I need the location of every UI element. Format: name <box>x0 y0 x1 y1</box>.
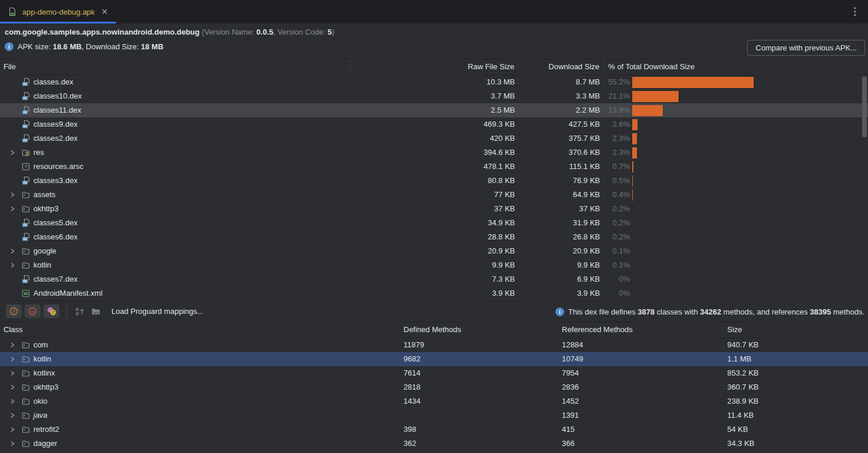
percent-bar-cell <box>630 103 868 117</box>
folder-icon <box>21 425 32 434</box>
file-name: classes7.dex <box>33 272 77 286</box>
close-icon[interactable]: ✕ <box>101 8 108 16</box>
class-table-row[interactable]: dagger36236634.3 KB <box>0 437 868 451</box>
dex-file-icon: 01 <box>21 176 32 185</box>
chevron-right-icon[interactable] <box>8 425 21 434</box>
file-table-row[interactable]: ?resources.arsc478.1 KB115.1 KB0.7% <box>0 160 868 174</box>
chevron-right-icon[interactable] <box>8 355 21 363</box>
class-table-row[interactable]: retrofit239841554 KB <box>0 422 868 437</box>
compare-with-previous-apk-button[interactable]: Compare with previous APK... <box>747 40 865 56</box>
download-size: 76.9 KB <box>515 174 600 188</box>
percent-of-total: 0.2% <box>600 230 630 244</box>
percent-bar <box>632 119 638 130</box>
chevron-spacer <box>8 233 21 241</box>
raw-file-size: 7.3 KB <box>351 272 515 286</box>
percent-bar <box>632 175 633 187</box>
download-size: 9.9 KB <box>515 258 600 272</box>
class-table-row[interactable]: java139111.4 KB <box>0 408 868 422</box>
file-name: classes5.dex <box>33 216 77 230</box>
raw-file-size: 37 KB <box>351 202 515 216</box>
percent-of-total: 0.7% <box>600 160 630 174</box>
file-table-row[interactable]: 01classes10.dex3.7 MB3.3 MB21.1% <box>0 89 868 103</box>
file-table-row[interactable]: 01classes.dex10.3 MB8.7 MB55.2% <box>0 75 868 89</box>
file-table-row[interactable]: 01classes5.dex34.9 KB31.9 KB0.2% <box>0 216 868 230</box>
vertical-scrollbar-thumb[interactable] <box>862 76 867 137</box>
version-code-value: 5 <box>328 28 332 36</box>
chevron-right-icon[interactable] <box>8 205 21 213</box>
download-size: 427.5 KB <box>515 117 600 131</box>
file-table-row[interactable]: kotlin9.9 KB9.9 KB0.1% <box>0 258 868 272</box>
chevron-right-icon[interactable] <box>8 148 21 157</box>
chevron-right-icon[interactable] <box>8 397 21 405</box>
kebab-menu-icon[interactable]: ⋮ <box>850 5 860 18</box>
referenced-methods: 7954 <box>562 366 727 380</box>
chevron-right-icon[interactable] <box>8 369 21 377</box>
chevron-right-icon[interactable] <box>8 341 21 349</box>
percent-bar <box>632 133 637 144</box>
package-name: com <box>33 338 48 352</box>
percent-bar-cell <box>630 146 868 160</box>
show-removed-nodes-icon[interactable] <box>74 306 87 317</box>
raw-file-size: 77 KB <box>351 188 515 202</box>
svg-text:M: M <box>24 291 28 296</box>
size-column-header: Size <box>727 322 868 337</box>
show-referenced-nodes-button[interactable]: f <box>43 305 59 318</box>
version-name-value: 0.0.5 <box>256 28 273 36</box>
dex-file-icon: 01 <box>21 77 32 87</box>
chevron-right-icon[interactable] <box>8 411 21 420</box>
file-table-row[interactable]: MAndroidManifest.xml3.9 KB3.9 KB0% <box>0 286 868 300</box>
file-table-row[interactable]: okhttp337 KB37 KB0.2% <box>0 202 868 216</box>
percent-bar-cell <box>630 188 868 202</box>
file-table-row[interactable]: 01classes7.dex7.3 KB6.9 KB0% <box>0 272 868 286</box>
raw-file-size: 34.9 KB <box>351 216 515 230</box>
show-fields-button[interactable]: f <box>6 305 22 318</box>
load-proguard-mappings-button[interactable]: Load Proguard mappings... <box>111 307 204 316</box>
chevron-right-icon[interactable] <box>8 191 21 199</box>
dex-file-icon: 01 <box>21 92 32 101</box>
file-table-row[interactable]: 01classes3.dex80.8 KB76.9 KB0.5% <box>0 174 868 188</box>
class-column-header: Class <box>0 322 404 337</box>
percent-bar-cell <box>630 160 868 174</box>
percent-column-header: % of Total Download Size <box>603 59 868 75</box>
file-table-row[interactable]: 01classes2.dex420 KB375.7 KB2.3% <box>0 131 868 146</box>
percent-of-total: 0.1% <box>600 258 630 272</box>
class-table-row[interactable]: kotlinx76147954853.2 KB <box>0 366 868 380</box>
file-table-row[interactable]: 01classes11.dex2.5 MB2.2 MB13.9% <box>0 103 868 117</box>
version-suffix: ) <box>332 28 334 36</box>
raw-file-size: 469.3 KB <box>351 117 515 131</box>
chevron-right-icon[interactable] <box>8 261 21 269</box>
file-name: google <box>33 244 56 258</box>
file-table-row[interactable]: 01classes9.dex469.3 KB427.5 KB2.6% <box>0 117 868 131</box>
arsc-file-icon: ? <box>21 162 32 171</box>
chevron-right-icon[interactable] <box>8 247 21 255</box>
download-size: 375.7 KB <box>515 131 600 146</box>
dex-summary: i This dex file defines 3878 classes wit… <box>555 301 864 322</box>
chevron-right-icon[interactable] <box>8 383 21 391</box>
defined-methods: 2818 <box>404 380 562 394</box>
file-name: classes3.dex <box>33 174 77 188</box>
class-table-row[interactable]: okhttp328182836360.7 KB <box>0 380 868 394</box>
defined-methods-column-header: Defined Methods <box>404 322 562 337</box>
apk-size-text: APK size: 18.6 MB, Download Size: 18 MB <box>18 42 164 51</box>
file-table-row[interactable]: assets77 KB64.9 KB0.4% <box>0 188 868 202</box>
referenced-methods: 366 <box>562 437 727 451</box>
referenced-methods: 12884 <box>562 338 727 352</box>
folder-icon <box>21 354 32 364</box>
class-table-row[interactable]: okio14341452238.9 KB <box>0 394 868 408</box>
show-methods-button[interactable]: m <box>25 305 40 318</box>
class-table-row[interactable]: kotlin9682107491.1 MB <box>0 352 868 366</box>
percent-bar-cell <box>630 286 868 300</box>
info-icon: i <box>5 42 13 51</box>
package-name: okio <box>33 394 48 408</box>
file-table-row[interactable]: google20.9 KB20.9 KB0.1% <box>0 244 868 258</box>
file-table-row[interactable]: 01classes6.dex28.8 KB26.8 KB0.2% <box>0 230 868 244</box>
dex-summary-part: This dex file defines <box>568 307 638 316</box>
deobfuscate-names-icon[interactable]: a.b <box>90 306 103 317</box>
file-table-row[interactable]: res394.6 KB370.6 KB2.3% <box>0 146 868 160</box>
percent-of-total: 2.3% <box>600 146 630 160</box>
file-name: assets <box>33 188 56 202</box>
class-table-row[interactable]: com1187912884940.7 KB <box>0 338 868 352</box>
chevron-right-icon[interactable] <box>8 440 21 448</box>
percent-bar-cell <box>630 117 868 131</box>
tab-app-demo-debug-apk[interactable]: app-demo-debug.apk ✕ <box>0 0 116 23</box>
